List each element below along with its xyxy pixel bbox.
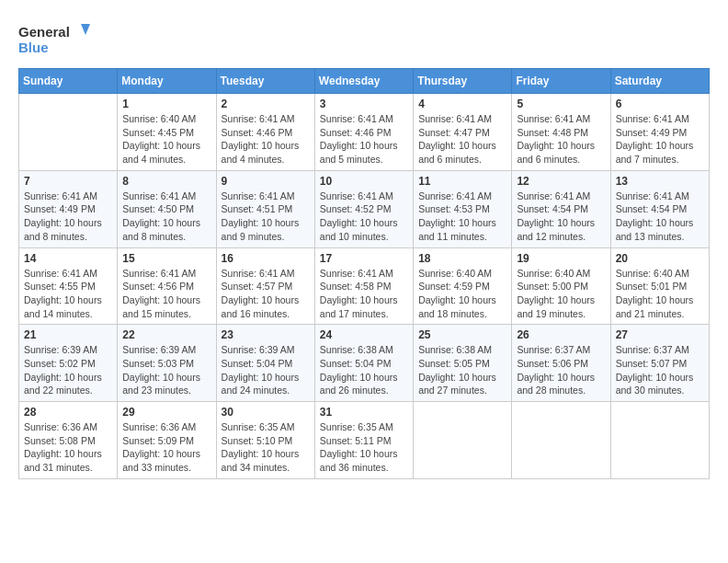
day-info: Sunrise: 6:41 AMSunset: 4:47 PMDaylight:…	[418, 112, 506, 167]
calendar-week-row: 28Sunrise: 6:36 AMSunset: 5:08 PMDayligh…	[19, 402, 710, 479]
day-info: Sunrise: 6:39 AMSunset: 5:02 PMDaylight:…	[24, 343, 112, 397]
calendar-cell: 11Sunrise: 6:41 AMSunset: 4:53 PMDayligh…	[414, 170, 512, 247]
day-info: Sunrise: 6:41 AMSunset: 4:46 PMDaylight:…	[222, 112, 310, 167]
calendar-cell: 1Sunrise: 6:40 AMSunset: 4:45 PMDaylight…	[118, 94, 216, 171]
calendar-cell	[19, 94, 118, 171]
calendar-cell: 8Sunrise: 6:41 AMSunset: 4:50 PMDaylight…	[118, 170, 216, 247]
weekday-header-row: SundayMondayTuesdayWednesdayThursdayFrid…	[19, 69, 710, 94]
calendar-cell: 10Sunrise: 6:41 AMSunset: 4:52 PMDayligh…	[314, 170, 413, 247]
page-header: General Blue	[18, 18, 710, 59]
day-number: 25	[418, 328, 506, 341]
day-number: 27	[616, 328, 704, 341]
calendar-cell	[512, 402, 610, 479]
day-info: Sunrise: 6:39 AMSunset: 5:03 PMDaylight:…	[122, 343, 210, 397]
day-info: Sunrise: 6:35 AMSunset: 5:11 PMDaylight:…	[320, 420, 408, 475]
day-info: Sunrise: 6:36 AMSunset: 5:09 PMDaylight:…	[122, 420, 210, 475]
day-info: Sunrise: 6:38 AMSunset: 5:05 PMDaylight:…	[418, 343, 506, 397]
calendar-week-row: 7Sunrise: 6:41 AMSunset: 4:49 PMDaylight…	[19, 170, 710, 247]
calendar-cell: 25Sunrise: 6:38 AMSunset: 5:05 PMDayligh…	[414, 325, 512, 402]
day-info: Sunrise: 6:41 AMSunset: 4:49 PMDaylight:…	[24, 190, 112, 244]
day-info: Sunrise: 6:39 AMSunset: 5:04 PMDaylight:…	[222, 343, 310, 397]
day-number: 13	[616, 175, 704, 188]
day-info: Sunrise: 6:41 AMSunset: 4:55 PMDaylight:…	[24, 267, 112, 321]
day-info: Sunrise: 6:41 AMSunset: 4:46 PMDaylight:…	[320, 112, 408, 167]
weekday-header: Tuesday	[216, 69, 314, 94]
calendar-cell: 4Sunrise: 6:41 AMSunset: 4:47 PMDaylight…	[414, 94, 512, 171]
day-number: 20	[616, 252, 704, 265]
day-info: Sunrise: 6:40 AMSunset: 4:59 PMDaylight:…	[418, 267, 506, 321]
day-number: 18	[418, 252, 506, 265]
calendar-week-row: 14Sunrise: 6:41 AMSunset: 4:55 PMDayligh…	[19, 247, 710, 325]
day-number: 7	[24, 175, 112, 188]
calendar-cell: 17Sunrise: 6:41 AMSunset: 4:58 PMDayligh…	[314, 247, 413, 325]
calendar-cell: 26Sunrise: 6:37 AMSunset: 5:06 PMDayligh…	[512, 325, 610, 402]
day-info: Sunrise: 6:36 AMSunset: 5:08 PMDaylight:…	[24, 420, 112, 475]
svg-text:General: General	[18, 24, 70, 40]
calendar-cell	[610, 402, 709, 479]
day-number: 15	[122, 252, 210, 265]
day-number: 6	[616, 98, 704, 110]
calendar-cell	[414, 402, 512, 479]
calendar-cell: 15Sunrise: 6:41 AMSunset: 4:56 PMDayligh…	[118, 247, 216, 325]
day-info: Sunrise: 6:40 AMSunset: 5:01 PMDaylight:…	[616, 267, 704, 321]
weekday-header: Monday	[118, 69, 216, 94]
day-number: 8	[122, 175, 210, 188]
day-info: Sunrise: 6:41 AMSunset: 4:56 PMDaylight:…	[122, 267, 210, 321]
day-number: 24	[320, 328, 408, 341]
day-number: 11	[418, 175, 506, 188]
calendar-cell: 12Sunrise: 6:41 AMSunset: 4:54 PMDayligh…	[512, 170, 610, 247]
day-number: 21	[24, 328, 112, 341]
day-number: 14	[24, 252, 112, 265]
calendar-cell: 20Sunrise: 6:40 AMSunset: 5:01 PMDayligh…	[610, 247, 709, 325]
calendar-cell: 7Sunrise: 6:41 AMSunset: 4:49 PMDaylight…	[19, 170, 118, 247]
day-number: 4	[418, 98, 506, 110]
calendar-cell: 18Sunrise: 6:40 AMSunset: 4:59 PMDayligh…	[414, 247, 512, 325]
day-number: 23	[222, 328, 310, 341]
svg-text:Blue: Blue	[18, 40, 49, 55]
day-number: 10	[320, 175, 408, 188]
day-number: 12	[517, 175, 605, 188]
day-number: 26	[517, 328, 605, 341]
day-number: 31	[320, 406, 408, 419]
calendar-week-row: 21Sunrise: 6:39 AMSunset: 5:02 PMDayligh…	[19, 325, 710, 402]
day-info: Sunrise: 6:38 AMSunset: 5:04 PMDaylight:…	[320, 343, 408, 397]
calendar-cell: 3Sunrise: 6:41 AMSunset: 4:46 PMDaylight…	[314, 94, 413, 171]
day-number: 29	[122, 406, 210, 419]
weekday-header: Saturday	[610, 69, 709, 94]
calendar-body: 1Sunrise: 6:40 AMSunset: 4:45 PMDaylight…	[19, 94, 710, 479]
calendar-cell: 31Sunrise: 6:35 AMSunset: 5:11 PMDayligh…	[314, 402, 413, 479]
day-info: Sunrise: 6:41 AMSunset: 4:57 PMDaylight:…	[222, 267, 310, 321]
calendar-cell: 14Sunrise: 6:41 AMSunset: 4:55 PMDayligh…	[19, 247, 118, 325]
day-number: 1	[122, 98, 210, 110]
weekday-header: Wednesday	[314, 69, 413, 94]
day-number: 2	[222, 98, 310, 110]
calendar-cell: 5Sunrise: 6:41 AMSunset: 4:48 PMDaylight…	[512, 94, 610, 171]
weekday-header: Thursday	[414, 69, 512, 94]
calendar-cell: 9Sunrise: 6:41 AMSunset: 4:51 PMDaylight…	[216, 170, 314, 247]
calendar-cell: 2Sunrise: 6:41 AMSunset: 4:46 PMDaylight…	[216, 94, 314, 171]
day-number: 17	[320, 252, 408, 265]
day-info: Sunrise: 6:40 AMSunset: 5:00 PMDaylight:…	[517, 267, 605, 321]
calendar-cell: 27Sunrise: 6:37 AMSunset: 5:07 PMDayligh…	[610, 325, 709, 402]
day-info: Sunrise: 6:41 AMSunset: 4:54 PMDaylight:…	[517, 190, 605, 244]
logo: General Blue	[18, 18, 92, 59]
day-info: Sunrise: 6:41 AMSunset: 4:48 PMDaylight:…	[517, 112, 605, 167]
day-number: 22	[122, 328, 210, 341]
day-info: Sunrise: 6:41 AMSunset: 4:53 PMDaylight:…	[418, 190, 506, 244]
weekday-header: Friday	[512, 69, 610, 94]
day-info: Sunrise: 6:37 AMSunset: 5:06 PMDaylight:…	[517, 343, 605, 397]
day-info: Sunrise: 6:41 AMSunset: 4:58 PMDaylight:…	[320, 267, 408, 321]
day-info: Sunrise: 6:41 AMSunset: 4:51 PMDaylight:…	[222, 190, 310, 244]
calendar-cell: 13Sunrise: 6:41 AMSunset: 4:54 PMDayligh…	[610, 170, 709, 247]
day-info: Sunrise: 6:41 AMSunset: 4:54 PMDaylight:…	[616, 190, 704, 244]
day-info: Sunrise: 6:41 AMSunset: 4:50 PMDaylight:…	[122, 190, 210, 244]
day-info: Sunrise: 6:40 AMSunset: 4:45 PMDaylight:…	[122, 112, 210, 167]
day-number: 3	[320, 98, 408, 110]
calendar-cell: 6Sunrise: 6:41 AMSunset: 4:49 PMDaylight…	[610, 94, 709, 171]
day-number: 28	[24, 406, 112, 419]
calendar-cell: 24Sunrise: 6:38 AMSunset: 5:04 PMDayligh…	[314, 325, 413, 402]
calendar-cell: 21Sunrise: 6:39 AMSunset: 5:02 PMDayligh…	[19, 325, 118, 402]
calendar: SundayMondayTuesdayWednesdayThursdayFrid…	[18, 68, 710, 479]
calendar-cell: 16Sunrise: 6:41 AMSunset: 4:57 PMDayligh…	[216, 247, 314, 325]
logo-svg: General Blue	[18, 18, 92, 59]
